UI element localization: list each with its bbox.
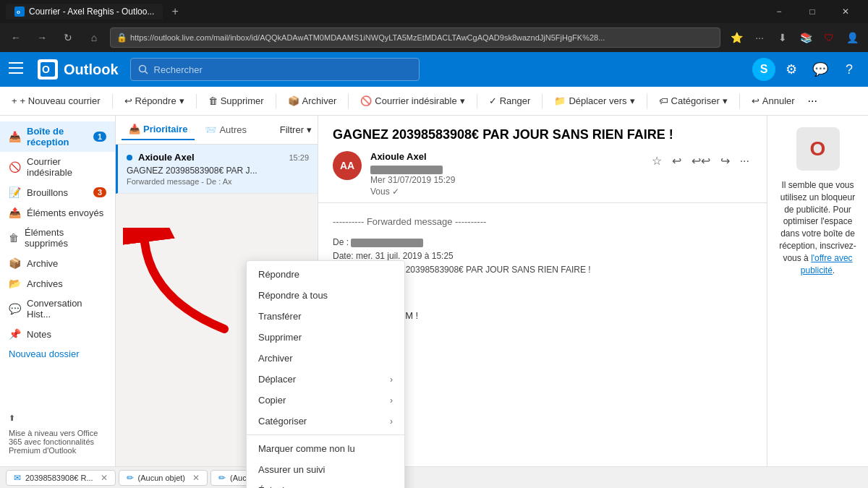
lock-icon: 🔒 <box>116 33 127 43</box>
bottom-tab-1[interactable]: ✉ 20398583908€ R... ✕ <box>6 470 116 486</box>
new-folder-button[interactable]: Nouveau dossier <box>0 344 115 364</box>
skype-icon[interactable]: S <box>752 58 775 81</box>
app-logo: O Outlook <box>32 59 124 80</box>
sidebar-item-notes[interactable]: 📌 Notes <box>0 324 115 344</box>
sidebar-item-inbox[interactable]: 📥 Boîte de réception 1 <box>0 121 115 152</box>
sidebar-item-deleted[interactable]: 🗑 Éléments supprimés <box>0 223 115 253</box>
context-menu-item-label: Copier <box>258 395 286 406</box>
delete-icon: 🗑 <box>208 95 218 106</box>
inbox-icon: 📥 <box>9 131 21 142</box>
address-bar-input[interactable]: 🔒 https://outlook.live.com/mail/inbox/id… <box>110 27 720 48</box>
download-icon[interactable]: ⬇ <box>773 27 793 48</box>
move-dropdown-icon[interactable]: ▾ <box>630 95 635 106</box>
context-menu-item[interactable]: Répondre <box>247 264 404 285</box>
close-button[interactable]: ✕ <box>829 0 862 23</box>
svg-line-8 <box>145 72 148 74</box>
back-button[interactable]: ← <box>6 27 26 48</box>
new-mail-button[interactable]: + + Nouveau courrier <box>6 93 106 109</box>
context-menu-item[interactable]: Catégoriser› <box>247 411 404 432</box>
sidebar-item-drafts[interactable]: 📝 Brouillons 3 <box>0 182 115 202</box>
forward-action[interactable]: ↪ <box>718 151 733 171</box>
categorize-icon: 🏷 <box>659 95 668 106</box>
filter-button[interactable]: Filtrer ▾ <box>280 124 312 135</box>
forward-button[interactable]: → <box>32 27 52 48</box>
active-tab[interactable]: o Courrier - Axel Reghis - Outloo... <box>6 4 163 20</box>
settings-icon[interactable]: ⚙ <box>778 56 804 82</box>
cat-dropdown-icon[interactable]: ▾ <box>723 95 728 106</box>
junk-button[interactable]: 🚫 Courrier indésirable ▾ <box>354 93 470 109</box>
search-input[interactable] <box>154 64 412 75</box>
tab-1-close[interactable]: ✕ <box>101 473 108 483</box>
bottom-tab-2-label: (Aucun objet) <box>138 474 185 482</box>
context-menu-item[interactable]: Épingler <box>247 480 404 488</box>
context-menu-item[interactable]: Assurer un suivi <box>247 459 404 480</box>
maximize-button[interactable]: □ <box>796 0 829 23</box>
context-menu-item-label: Catégoriser <box>258 416 307 427</box>
star-action[interactable]: ☆ <box>649 151 665 171</box>
unread-indicator <box>127 155 132 160</box>
reply-action[interactable]: ↩ <box>669 151 684 171</box>
home-button[interactable]: ⌂ <box>84 27 104 48</box>
context-menu-item[interactable]: Archiver <box>247 348 404 369</box>
archive-sidebar-icon: 📦 <box>9 257 21 269</box>
move-to-icon: 📁 <box>554 95 566 106</box>
junk-dropdown-icon[interactable]: ▾ <box>460 95 465 106</box>
toolbar-separator-4 <box>348 94 349 108</box>
context-menu-item-label: Épingler <box>258 485 293 488</box>
addressbar: ← → ↻ ⌂ 🔒 https://outlook.live.com/mail/… <box>0 23 868 52</box>
reply-button[interactable]: ↩ Répondre ▾ <box>119 93 190 109</box>
move-to-button[interactable]: 📁 Déplacer vers ▾ <box>548 93 640 109</box>
sidebar-item-archives[interactable]: 📂 Archives <box>0 273 115 294</box>
submenu-arrow-icon: › <box>390 374 393 385</box>
context-menu-item[interactable]: Répondre à tous <box>247 285 404 306</box>
outlook-logo-icon: O <box>38 59 58 80</box>
categorize-button[interactable]: 🏷 Catégoriser ▾ <box>653 93 733 109</box>
tab-prioritaire[interactable]: 📥 Prioritaire <box>122 119 195 140</box>
toolbar-more-button[interactable]: ··· <box>804 92 822 111</box>
more-icon[interactable]: ··· <box>749 27 770 48</box>
context-menu-item-label: Marquer comme non lu <box>258 443 355 454</box>
search-bar[interactable] <box>130 58 420 81</box>
reading-sender-email <box>370 166 443 174</box>
hamburger-menu[interactable] <box>6 59 26 80</box>
archive-button[interactable]: 📦 Archiver <box>282 93 343 109</box>
inbox-badge: 1 <box>93 132 106 142</box>
reading-to: Vous ✓ <box>370 187 640 197</box>
toolbar-separator-5 <box>477 94 477 108</box>
sidebar-item-conversation[interactable]: 💬 Conversation Hist... <box>0 294 115 324</box>
sidebar-item-archive[interactable]: 📦 Archive <box>0 253 115 273</box>
tab-autres-label: Autres <box>219 124 247 135</box>
collections-icon[interactable]: 📚 <box>796 27 816 48</box>
profile-icon[interactable]: 👤 <box>842 27 862 48</box>
mail-item[interactable]: Axioule Axel 15:29 GAGNEZ 20398583908€ P… <box>116 145 318 194</box>
reply-dropdown-icon[interactable]: ▾ <box>179 95 184 106</box>
move-button[interactable]: ✓ Ranger <box>483 93 537 109</box>
bottom-tab-2[interactable]: ✏ (Aucun objet) ✕ <box>119 470 208 486</box>
context-menu-item[interactable]: Supprimer <box>247 327 404 348</box>
from-detail: De : <box>333 236 752 249</box>
upgrade-item[interactable]: ⬆ Mise à niveau vers Office 365 avec fon… <box>0 408 115 461</box>
more-action[interactable]: ··· <box>737 152 752 171</box>
drafts-icon: 📝 <box>9 187 21 198</box>
sidebar-item-junk[interactable]: 🚫 Courrier indésirable <box>0 152 115 182</box>
new-tab-button[interactable]: + <box>169 5 181 18</box>
minimize-button[interactable]: − <box>762 0 796 23</box>
context-menu-item[interactable]: Marquer comme non lu <box>247 438 404 459</box>
refresh-button[interactable]: ↻ <box>58 27 78 48</box>
sidebar-item-sent[interactable]: 📤 Éléments envoyés <box>0 202 115 223</box>
delete-button[interactable]: 🗑 Supprimer <box>203 93 270 109</box>
context-menu-item[interactable]: Copier› <box>247 390 404 411</box>
upgrade-link[interactable]: l'offre avec publicité <box>801 253 853 275</box>
help-icon[interactable]: ? <box>836 56 862 82</box>
reply-all-action[interactable]: ↩↩ <box>689 151 713 171</box>
archive-icon: 📦 <box>288 95 299 106</box>
context-menu-item[interactable]: Déplacer› <box>247 369 404 390</box>
context-menu-item[interactable]: Transférer <box>247 306 404 327</box>
tab-autres[interactable]: 📨 Autres <box>197 120 254 140</box>
cancel-button[interactable]: ↩ Annuler <box>746 93 801 109</box>
favorites-icon[interactable]: ⭐ <box>726 27 746 48</box>
toolbar-separator-6 <box>542 94 542 108</box>
tab-2-close[interactable]: ✕ <box>192 473 200 483</box>
feedback-icon[interactable]: 💬 <box>807 56 833 82</box>
adblock-icon[interactable]: 🛡 <box>819 27 839 48</box>
